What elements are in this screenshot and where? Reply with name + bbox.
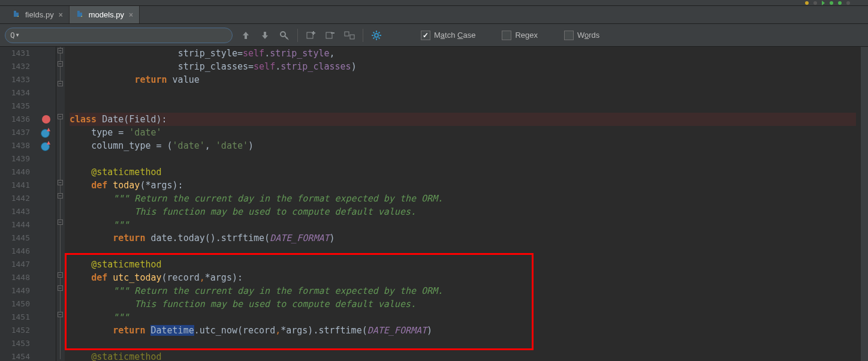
search-icon: Q xyxy=(10,31,15,40)
match-case-option[interactable]: Match Case xyxy=(421,31,475,40)
override-icon[interactable] xyxy=(41,129,50,138)
fold-icon[interactable]: − xyxy=(58,219,63,225)
code-area[interactable]: strip_style=self.strip_style, strip_clas… xyxy=(65,47,861,361)
fold-icon[interactable]: − xyxy=(58,193,63,198)
override-icon[interactable] xyxy=(41,142,50,151)
line-number-gutter: 143114321433 143414351436 143714381439 1… xyxy=(0,47,35,361)
select-all-occurrences-icon[interactable] xyxy=(343,29,355,41)
close-icon[interactable]: × xyxy=(129,11,133,19)
gear-icon[interactable] xyxy=(370,29,382,41)
fold-icon[interactable]: − xyxy=(58,114,63,119)
option-label: Regex xyxy=(515,31,538,40)
svg-point-5 xyxy=(375,34,378,37)
checkbox-icon[interactable] xyxy=(564,31,574,40)
next-match-icon[interactable] xyxy=(259,29,271,41)
editor-tabs: fields.py × models.py × xyxy=(0,6,868,24)
option-label: Words xyxy=(577,31,599,40)
code-editor[interactable]: 143114321433 143414351436 143714381439 1… xyxy=(0,47,868,361)
toolbar-divider xyxy=(363,29,363,42)
search-field-wrap[interactable]: Q ▼ xyxy=(5,28,233,43)
run-icon[interactable] xyxy=(822,1,825,5)
chevron-down-icon[interactable]: ▼ xyxy=(16,32,19,38)
tab-models[interactable]: models.py × xyxy=(70,6,140,23)
words-option[interactable]: Words xyxy=(564,31,599,40)
svg-rect-4 xyxy=(350,35,354,39)
fold-icon[interactable]: − xyxy=(58,180,63,185)
python-file-icon xyxy=(12,11,20,19)
status-dot xyxy=(838,1,842,5)
find-toolbar: Q ▼ Match Case Regex Words xyxy=(0,24,868,47)
close-icon[interactable]: × xyxy=(59,11,63,19)
svg-rect-3 xyxy=(345,32,349,36)
status-dot xyxy=(813,1,817,5)
fold-icon[interactable]: − xyxy=(58,61,63,67)
fold-icon[interactable]: − xyxy=(58,48,63,53)
vertical-scrollbar[interactable] xyxy=(861,47,868,361)
breakpoint-icon[interactable] xyxy=(42,115,50,124)
prev-match-icon[interactable] xyxy=(240,29,252,41)
gutter-marks xyxy=(35,47,56,361)
search-input[interactable] xyxy=(22,31,227,40)
option-label: Match Case xyxy=(434,31,475,40)
tab-label: fields.py xyxy=(25,10,54,19)
tab-label: models.py xyxy=(89,10,124,19)
fold-icon[interactable]: − xyxy=(58,312,63,317)
python-file-icon xyxy=(76,11,84,19)
status-dot xyxy=(830,1,833,5)
checkbox-icon[interactable] xyxy=(502,31,511,40)
fold-icon[interactable]: − xyxy=(58,285,63,291)
fold-gutter: − − − − − − − − − − xyxy=(56,47,65,361)
fold-icon[interactable]: − xyxy=(58,81,63,86)
fold-icon[interactable]: − xyxy=(58,272,63,278)
window-top-bar xyxy=(0,0,868,6)
status-dot xyxy=(805,1,809,5)
toolbar-divider xyxy=(297,29,298,42)
tab-fields[interactable]: fields.py × xyxy=(6,6,70,23)
select-all-icon[interactable] xyxy=(278,29,290,41)
checkbox-checked-icon[interactable] xyxy=(421,31,430,40)
regex-option[interactable]: Regex xyxy=(502,31,538,40)
add-selection-icon[interactable] xyxy=(305,29,317,41)
remove-selection-icon[interactable] xyxy=(324,29,336,41)
status-dot xyxy=(846,1,850,5)
svg-point-0 xyxy=(281,32,285,37)
